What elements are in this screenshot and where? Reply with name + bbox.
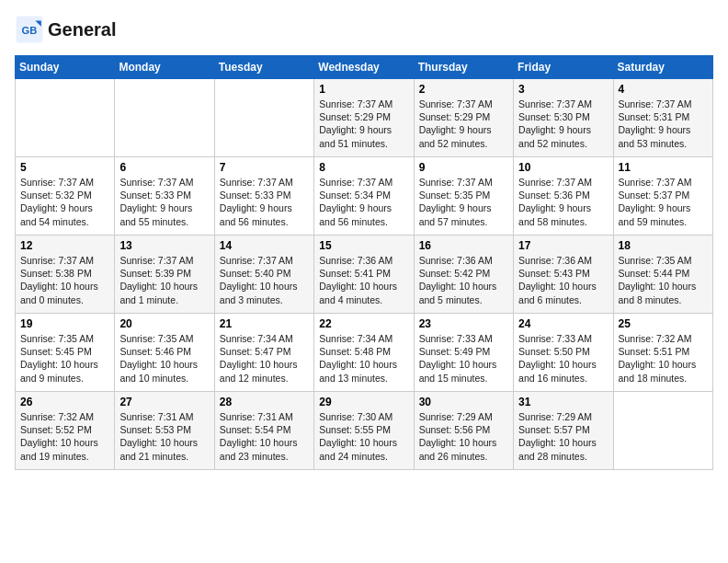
day-info: Sunrise: 7:37 AM Sunset: 5:33 PM Dayligh… [220,176,309,228]
day-number: 21 [220,317,309,330]
day-cell: 19Sunrise: 7:35 AM Sunset: 5:45 PM Dayli… [16,314,115,392]
day-info: Sunrise: 7:37 AM Sunset: 5:36 PM Dayligh… [518,176,608,228]
day-number: 8 [319,161,408,174]
logo-icon: GB [15,15,44,44]
day-cell: 31Sunrise: 7:29 AM Sunset: 5:57 PM Dayli… [514,392,613,470]
week-row-4: 19Sunrise: 7:35 AM Sunset: 5:45 PM Dayli… [16,314,713,392]
day-number: 13 [119,239,209,252]
day-cell: 30Sunrise: 7:29 AM Sunset: 5:56 PM Dayli… [414,392,513,470]
day-cell: 25Sunrise: 7:32 AM Sunset: 5:51 PM Dayli… [613,314,712,392]
day-info: Sunrise: 7:32 AM Sunset: 5:51 PM Dayligh… [619,332,708,385]
weekday-thursday: Thursday [414,56,513,79]
day-info: Sunrise: 7:36 AM Sunset: 5:43 PM Dayligh… [518,254,608,306]
day-info: Sunrise: 7:37 AM Sunset: 5:34 PM Dayligh… [319,176,408,228]
day-cell: 5Sunrise: 7:37 AM Sunset: 5:32 PM Daylig… [16,157,115,236]
day-number: 3 [518,83,608,96]
day-cell [115,79,214,157]
day-info: Sunrise: 7:37 AM Sunset: 5:40 PM Dayligh… [220,254,309,306]
day-cell: 22Sunrise: 7:34 AM Sunset: 5:48 PM Dayli… [314,314,414,392]
day-info: Sunrise: 7:33 AM Sunset: 5:50 PM Dayligh… [518,332,608,385]
day-number: 1 [319,83,408,96]
day-info: Sunrise: 7:30 AM Sunset: 5:55 PM Dayligh… [319,410,408,463]
day-number: 10 [518,161,608,174]
day-number: 9 [419,161,508,174]
day-info: Sunrise: 7:32 AM Sunset: 5:52 PM Dayligh… [20,410,109,463]
day-cell [16,79,115,157]
day-number: 18 [619,239,708,252]
day-cell: 10Sunrise: 7:37 AM Sunset: 5:36 PM Dayli… [514,157,613,236]
day-number: 12 [20,239,109,252]
weekday-saturday: Saturday [613,56,712,79]
day-info: Sunrise: 7:37 AM Sunset: 5:38 PM Dayligh… [20,254,109,306]
day-cell: 27Sunrise: 7:31 AM Sunset: 5:53 PM Dayli… [115,392,214,470]
weekday-wednesday: Wednesday [314,56,414,79]
day-number: 24 [518,317,608,330]
week-row-5: 26Sunrise: 7:32 AM Sunset: 5:52 PM Dayli… [16,392,713,470]
day-number: 27 [119,396,209,408]
day-number: 7 [220,161,309,174]
logo-text: General [48,19,116,40]
weekday-monday: Monday [115,56,214,79]
day-info: Sunrise: 7:36 AM Sunset: 5:41 PM Dayligh… [319,254,408,306]
day-cell: 1Sunrise: 7:37 AM Sunset: 5:29 PM Daylig… [314,79,414,157]
day-number: 22 [319,317,408,330]
day-cell: 16Sunrise: 7:36 AM Sunset: 5:42 PM Dayli… [414,236,513,314]
page-header: GB General [15,15,713,44]
weekday-sunday: Sunday [16,56,115,79]
day-cell: 21Sunrise: 7:34 AM Sunset: 5:47 PM Dayli… [214,314,313,392]
week-row-3: 12Sunrise: 7:37 AM Sunset: 5:38 PM Dayli… [16,236,713,314]
calendar-body: 1Sunrise: 7:37 AM Sunset: 5:29 PM Daylig… [16,79,713,470]
day-cell: 3Sunrise: 7:37 AM Sunset: 5:30 PM Daylig… [514,79,613,157]
weekday-tuesday: Tuesday [214,56,313,79]
day-cell: 18Sunrise: 7:35 AM Sunset: 5:44 PM Dayli… [613,236,712,314]
day-cell: 4Sunrise: 7:37 AM Sunset: 5:31 PM Daylig… [613,79,712,157]
weekday-header-row: SundayMondayTuesdayWednesdayThursdayFrid… [16,56,713,79]
day-info: Sunrise: 7:29 AM Sunset: 5:57 PM Dayligh… [518,410,608,463]
day-info: Sunrise: 7:35 AM Sunset: 5:44 PM Dayligh… [619,254,708,306]
day-number: 20 [119,317,209,330]
day-number: 17 [518,239,608,252]
day-info: Sunrise: 7:29 AM Sunset: 5:56 PM Dayligh… [419,410,508,463]
weekday-friday: Friday [514,56,613,79]
day-number: 11 [619,161,708,174]
day-cell: 23Sunrise: 7:33 AM Sunset: 5:49 PM Dayli… [414,314,513,392]
day-cell [613,392,712,470]
day-cell: 24Sunrise: 7:33 AM Sunset: 5:50 PM Dayli… [514,314,613,392]
day-info: Sunrise: 7:37 AM Sunset: 5:32 PM Dayligh… [20,176,109,228]
day-info: Sunrise: 7:35 AM Sunset: 5:45 PM Dayligh… [20,332,109,385]
day-info: Sunrise: 7:37 AM Sunset: 5:33 PM Dayligh… [119,176,209,228]
day-number: 31 [518,396,608,408]
week-row-2: 5Sunrise: 7:37 AM Sunset: 5:32 PM Daylig… [16,157,713,236]
day-cell: 7Sunrise: 7:37 AM Sunset: 5:33 PM Daylig… [214,157,313,236]
day-info: Sunrise: 7:34 AM Sunset: 5:48 PM Dayligh… [319,332,408,385]
logo: GB General [15,15,116,44]
day-cell: 20Sunrise: 7:35 AM Sunset: 5:46 PM Dayli… [115,314,214,392]
day-number: 28 [220,396,309,408]
day-number: 5 [20,161,109,174]
day-info: Sunrise: 7:37 AM Sunset: 5:29 PM Dayligh… [419,98,508,150]
day-cell: 6Sunrise: 7:37 AM Sunset: 5:33 PM Daylig… [115,157,214,236]
day-number: 6 [119,161,209,174]
day-info: Sunrise: 7:34 AM Sunset: 5:47 PM Dayligh… [220,332,309,385]
day-number: 26 [20,396,109,408]
day-number: 4 [619,83,708,96]
day-cell: 26Sunrise: 7:32 AM Sunset: 5:52 PM Dayli… [16,392,115,470]
day-info: Sunrise: 7:31 AM Sunset: 5:54 PM Dayligh… [220,410,309,463]
day-cell: 15Sunrise: 7:36 AM Sunset: 5:41 PM Dayli… [314,236,414,314]
day-cell: 28Sunrise: 7:31 AM Sunset: 5:54 PM Dayli… [214,392,313,470]
day-info: Sunrise: 7:37 AM Sunset: 5:37 PM Dayligh… [619,176,708,228]
day-info: Sunrise: 7:37 AM Sunset: 5:39 PM Dayligh… [119,254,209,306]
day-number: 2 [419,83,508,96]
day-number: 23 [419,317,508,330]
day-info: Sunrise: 7:36 AM Sunset: 5:42 PM Dayligh… [419,254,508,306]
day-cell [214,79,313,157]
calendar-table: SundayMondayTuesdayWednesdayThursdayFrid… [15,55,713,470]
day-number: 25 [619,317,708,330]
day-number: 14 [220,239,309,252]
day-cell: 12Sunrise: 7:37 AM Sunset: 5:38 PM Dayli… [16,236,115,314]
week-row-1: 1Sunrise: 7:37 AM Sunset: 5:29 PM Daylig… [16,79,713,157]
day-cell: 29Sunrise: 7:30 AM Sunset: 5:55 PM Dayli… [314,392,414,470]
day-info: Sunrise: 7:37 AM Sunset: 5:29 PM Dayligh… [319,98,408,150]
day-number: 15 [319,239,408,252]
day-info: Sunrise: 7:37 AM Sunset: 5:35 PM Dayligh… [419,176,508,228]
